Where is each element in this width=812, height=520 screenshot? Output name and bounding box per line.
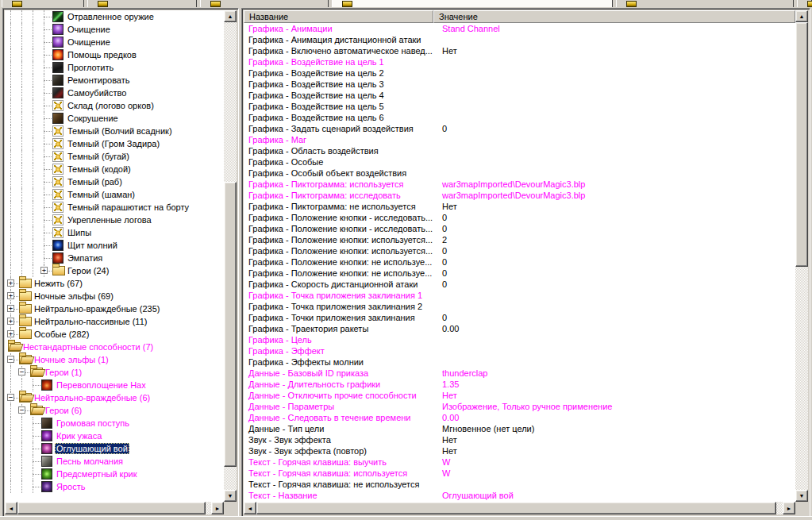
collapse-icon[interactable]: −: [7, 356, 14, 363]
collapse-icon[interactable]: −: [18, 368, 25, 376]
editor-tab[interactable]: [2, 0, 84, 7]
property-row[interactable]: Данные - Длительность графики1.35: [244, 379, 795, 390]
property-row[interactable]: Графика - Положение кнопки: используется…: [244, 234, 795, 245]
property-row[interactable]: Графика - Траектория ракеты0.00: [244, 323, 795, 334]
tree-item[interactable]: Шипы: [5, 226, 224, 239]
tree-item[interactable]: Проглотить: [5, 61, 224, 74]
grid-vscroll-thumb[interactable]: [795, 22, 808, 267]
tree-item[interactable]: Укрепленные логова: [5, 214, 224, 226]
tree-item[interactable]: Очищение: [5, 23, 224, 36]
editor-tab[interactable]: [616, 0, 794, 7]
scroll-up-icon[interactable]: ▲: [795, 10, 808, 22]
property-row[interactable]: Графика - Точка приложения заклинания 2: [244, 301, 795, 312]
property-row[interactable]: Графика - Эффект: [244, 345, 795, 356]
property-row[interactable]: Графика - Воздействие на цель 6: [244, 112, 795, 123]
property-row[interactable]: Графика - Маг: [244, 134, 795, 145]
property-row[interactable]: Звук - Звук эффекта (повтор)Нет: [244, 445, 795, 456]
tree-item[interactable]: −Нейтрально-враждебные (6): [5, 391, 224, 404]
property-row[interactable]: Графика - Пиктограмма: исследоватьwar3ma…: [244, 190, 795, 201]
tree-item[interactable]: Щит молний: [5, 239, 224, 252]
property-row[interactable]: Данные - Следовать в течение времени0.00: [244, 412, 795, 423]
property-row[interactable]: Данные - ПараметрыИзображение, Только ру…: [244, 401, 795, 412]
property-row[interactable]: Графика - Эффекты молнии: [244, 356, 795, 368]
tree-item[interactable]: Отравленное оружие: [5, 10, 224, 23]
tree-item[interactable]: Темный парашютист на борту: [5, 201, 224, 214]
property-row[interactable]: Графика - Пиктограмма: не используетсяНе…: [244, 201, 795, 212]
property-row[interactable]: Графика - Задать сценарий воздействия0: [244, 123, 795, 134]
editor-tab[interactable]: [87, 0, 197, 7]
tree-item[interactable]: Ярость: [5, 480, 224, 493]
property-row[interactable]: Текст - Горячая клавиша: выучитьW: [244, 456, 795, 468]
tree-item[interactable]: Темный (кодой): [5, 163, 224, 175]
tree-item[interactable]: Темный (шаман): [5, 188, 224, 201]
property-row[interactable]: Графика - Положение кнопки - исследовать…: [244, 223, 795, 234]
tree-item[interactable]: −Герои (1): [5, 366, 224, 379]
tree-item[interactable]: +Нейтрально-враждебные (235): [5, 302, 224, 315]
property-row[interactable]: Графика - Точка приложения заклинания 1: [244, 290, 795, 301]
expand-icon[interactable]: +: [7, 330, 14, 337]
property-row[interactable]: Данные - Отключить прочие способностиНет: [244, 390, 795, 401]
property-row[interactable]: Данные - Базовый ID приказаthunderclap: [244, 368, 795, 379]
grid-vertical-scrollbar[interactable]: ▲ ▼: [795, 10, 808, 502]
editor-tab[interactable]: [200, 0, 329, 7]
tree-item[interactable]: Очищение: [5, 36, 224, 48]
property-row[interactable]: Графика - Воздействие на цель 5: [244, 101, 795, 112]
property-row[interactable]: Текст - Горячая клавиша: не используется: [244, 479, 795, 490]
tree-item[interactable]: +Нежить (67): [5, 277, 224, 290]
scroll-left-icon[interactable]: ◄: [244, 502, 256, 514]
property-row[interactable]: Графика - Воздействие на цель 4: [244, 90, 795, 101]
tree-item[interactable]: Темный (Гром Задира): [5, 137, 224, 150]
tree-item[interactable]: Песнь молчания: [5, 455, 224, 468]
collapse-icon[interactable]: −: [18, 406, 25, 414]
grid-horizontal-scrollbar[interactable]: ◄ ►: [244, 502, 795, 514]
scroll-right-icon[interactable]: ►: [211, 502, 224, 514]
tree-item[interactable]: Нестандартные способности (7): [5, 341, 224, 353]
expand-icon[interactable]: +: [40, 267, 48, 274]
property-row[interactable]: Графика - Воздействие на цель 3: [244, 79, 795, 90]
property-row[interactable]: Графика - АнимацииStand Channel: [244, 23, 795, 34]
scroll-right-icon[interactable]: ►: [783, 502, 795, 514]
property-row[interactable]: Графика - Воздействие на цель 1: [244, 56, 795, 67]
property-row[interactable]: Текст - НазваниеОглушающий вой: [244, 490, 795, 501]
tree-item[interactable]: −Ночные эльфы (1): [5, 353, 224, 366]
property-row[interactable]: Графика - Скорость дистанционной атаки0: [244, 279, 795, 290]
collapse-icon[interactable]: −: [7, 394, 14, 401]
tree-item[interactable]: Темный (Волчий всадник): [5, 125, 224, 137]
tree-item[interactable]: −Герои (6): [5, 404, 224, 417]
editor-tab[interactable]: [797, 0, 812, 7]
property-row[interactable]: Графика - Воздействие на цель 2: [244, 67, 795, 79]
expand-icon[interactable]: +: [7, 279, 14, 287]
tree-item[interactable]: Ремонтировать: [5, 74, 224, 87]
tree-item[interactable]: Темный (бугай): [5, 150, 224, 163]
expand-icon[interactable]: +: [7, 292, 14, 299]
column-header-name[interactable]: Название: [244, 10, 433, 23]
property-row[interactable]: Графика - Особый объект воздействия: [244, 168, 795, 179]
property-row[interactable]: Графика - Положение кнопки - исследовать…: [244, 212, 795, 223]
property-row[interactable]: Графика - Цель: [244, 334, 795, 345]
tree-item[interactable]: +Нейтрально-пассивные (11): [5, 315, 224, 328]
tree-item[interactable]: Сокрушение: [5, 112, 224, 125]
property-row[interactable]: Графика - Пиктограмма: используетсяwar3m…: [244, 179, 795, 190]
property-row[interactable]: Графика - Особые: [244, 156, 795, 168]
scroll-down-icon[interactable]: ▼: [224, 490, 237, 502]
tree-item[interactable]: Темный (раб): [5, 175, 224, 188]
expand-icon[interactable]: +: [7, 305, 14, 312]
tree-item[interactable]: Самоубийство: [5, 87, 224, 99]
tree-item[interactable]: Крик ужаса: [5, 429, 224, 442]
tree-item[interactable]: Оглушающий вой: [5, 442, 224, 455]
tree-item[interactable]: Эмпатия: [5, 252, 224, 264]
property-row[interactable]: Графика - Положение кнопки: не используе…: [244, 268, 795, 279]
property-row[interactable]: Графика - Точки приложения заклинания0: [244, 312, 795, 323]
property-row[interactable]: Звук - Звук эффектаНет: [244, 434, 795, 445]
expand-icon[interactable]: +: [7, 318, 14, 325]
grid-hscroll-thumb[interactable]: [256, 502, 776, 514]
tree-vscroll-thumb[interactable]: [224, 182, 237, 467]
property-row[interactable]: Графика - Положение кнопки: не используе…: [244, 256, 795, 268]
tree-item[interactable]: Склад (логово орков): [5, 99, 224, 112]
property-row[interactable]: Графика - Положение кнопки: используется…: [244, 245, 795, 256]
column-header-value[interactable]: Значение: [433, 10, 795, 23]
property-row[interactable]: Графика - Анимация дистанционной атаки: [244, 34, 795, 45]
tree-item[interactable]: Предсмертный крик: [5, 468, 224, 480]
tree-hscroll-thumb[interactable]: [17, 502, 206, 514]
tree-item[interactable]: +Ночные эльфы (69): [5, 290, 224, 302]
